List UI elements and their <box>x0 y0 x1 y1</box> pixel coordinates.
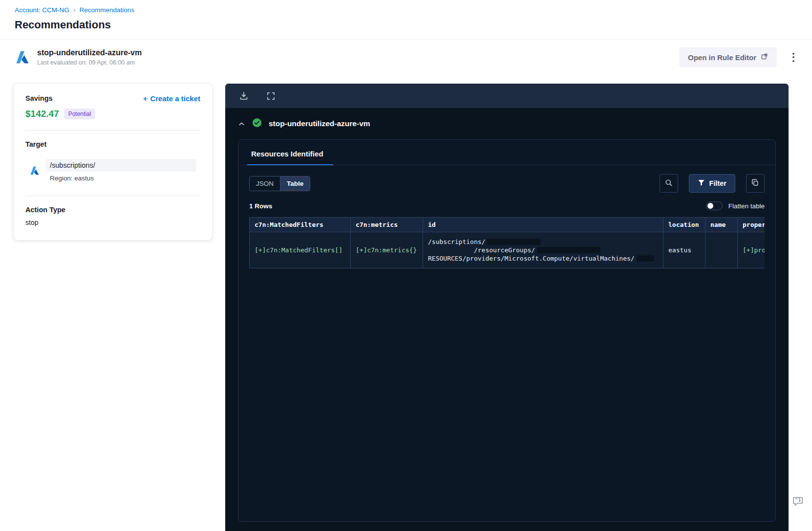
col-header-location: location <box>663 218 705 232</box>
view-mode-segmented-control: JSON Table <box>249 176 310 191</box>
rule-section-title: stop-underutilized-azure-vm <box>269 119 370 128</box>
breadcrumb-separator: › <box>73 6 76 14</box>
resources-viewer-panel: stop-underutilized-azure-vm Resources Id… <box>225 84 789 531</box>
page-title: Recommendations <box>15 19 797 31</box>
rule-section-header: stop-underutilized-azure-vm <box>225 108 789 136</box>
resources-table: c7n:MatchedFilters c7n:metrics id locati… <box>249 217 765 268</box>
action-type-label: Action Type <box>25 206 200 214</box>
copy-icon <box>751 178 760 189</box>
create-ticket-button[interactable]: + Create a ticket <box>143 94 200 103</box>
redacted-value <box>487 239 541 245</box>
filter-button[interactable]: Filter <box>689 174 735 193</box>
top-header: Account: CCM-NG › Recommendations Recomm… <box>0 0 812 31</box>
create-ticket-label: Create a ticket <box>150 94 200 103</box>
tab-resources-identified[interactable]: Resources Identified <box>249 147 325 165</box>
table-header-row: c7n:MatchedFilters c7n:metrics id locati… <box>250 218 765 232</box>
resources-tabbar: Resources Identified <box>238 140 775 165</box>
main-content: Savings + Create a ticket $142.47 Potent… <box>0 75 812 531</box>
redacted-value <box>537 247 600 253</box>
viewer-toolbar <box>225 84 789 108</box>
cell-id: /subscriptions/ /resourceGroups/ RESOURC… <box>423 232 663 268</box>
target-label: Target <box>25 140 200 148</box>
azure-target-icon <box>29 165 40 176</box>
col-header-name: name <box>705 218 738 232</box>
open-rule-editor-button[interactable]: Open in Rule Editor <box>679 47 777 67</box>
filter-label: Filter <box>709 179 727 187</box>
flatten-table-toggle[interactable] <box>706 201 723 210</box>
table-meta: 1 Rows Flatten table <box>238 199 775 217</box>
col-header-matched-filters: c7n:MatchedFilters <box>250 218 351 232</box>
success-check-icon <box>252 118 262 130</box>
cell-name <box>705 232 738 268</box>
last-evaluated-text: Last evaluated on: 09 Apr, 06:00 am <box>37 59 142 66</box>
view-table-button[interactable]: Table <box>280 177 310 191</box>
search-icon <box>664 178 673 189</box>
action-type-value: stop <box>25 219 200 226</box>
open-rule-editor-label: Open in Rule Editor <box>688 53 756 62</box>
savings-amount: $142.47 <box>25 109 59 119</box>
download-button[interactable] <box>238 90 250 102</box>
rule-name: stop-underutilized-azure-vm <box>37 48 142 57</box>
col-header-id: id <box>423 218 663 232</box>
divider <box>25 130 200 131</box>
rows-count: 1 Rows <box>249 202 272 210</box>
resources-table-wrap: c7n:MatchedFilters c7n:metrics id locati… <box>249 217 765 268</box>
breadcrumb: Account: CCM-NG › Recommendations <box>15 6 797 14</box>
savings-card: Savings + Create a ticket $142.47 Potent… <box>14 84 212 240</box>
table-row: [+]c7n:MatchedFilters[] [+]c7n:metrics{}… <box>250 232 765 268</box>
resources-card: Resources Identified JSON Table <box>238 139 776 522</box>
target-region: Region: eastus <box>46 175 196 182</box>
breadcrumb-recommendations-link[interactable]: Recommendations <box>79 6 134 14</box>
table-controls: JSON Table <box>238 165 775 199</box>
fullscreen-button[interactable] <box>265 90 277 102</box>
cell-metrics-expander[interactable]: [+]c7n:metrics{} <box>351 232 423 268</box>
target-resource-row[interactable]: /subscriptions/ Region: eastus <box>25 156 200 185</box>
potential-badge: Potential <box>64 109 96 119</box>
more-options-menu[interactable] <box>790 51 797 64</box>
filter-funnel-icon <box>698 179 705 188</box>
redacted-value <box>637 255 654 262</box>
cell-matched-filters-expander[interactable]: [+]c7n:MatchedFilters[] <box>250 232 351 268</box>
cell-properties-expander[interactable]: [+]properties{} <box>738 232 765 268</box>
asset-titles: stop-underutilized-azure-vm Last evaluat… <box>37 48 142 66</box>
target-path: /subscriptions/ <box>46 159 196 172</box>
col-header-metrics: c7n:metrics <box>351 218 423 232</box>
divider <box>25 196 200 196</box>
breadcrumb-account-link[interactable]: Account: CCM-NG <box>15 6 69 14</box>
asset-header: stop-underutilized-azure-vm Last evaluat… <box>0 40 812 75</box>
plus-icon: + <box>143 94 148 103</box>
cell-location: eastus <box>663 232 705 268</box>
col-header-properties: properties <box>738 218 765 232</box>
azure-logo-icon <box>15 49 30 65</box>
asset-actions: Open in Rule Editor <box>679 47 797 67</box>
search-button[interactable] <box>660 174 678 193</box>
external-link-icon <box>761 53 768 62</box>
chat-help-button[interactable] <box>791 495 804 509</box>
flatten-table-label: Flatten table <box>728 202 765 210</box>
chat-bubble-icon <box>791 501 804 509</box>
copy-button[interactable] <box>746 174 765 193</box>
collapse-chevron-icon[interactable] <box>238 120 245 128</box>
savings-label: Savings <box>25 94 53 102</box>
view-json-button[interactable]: JSON <box>250 177 280 191</box>
